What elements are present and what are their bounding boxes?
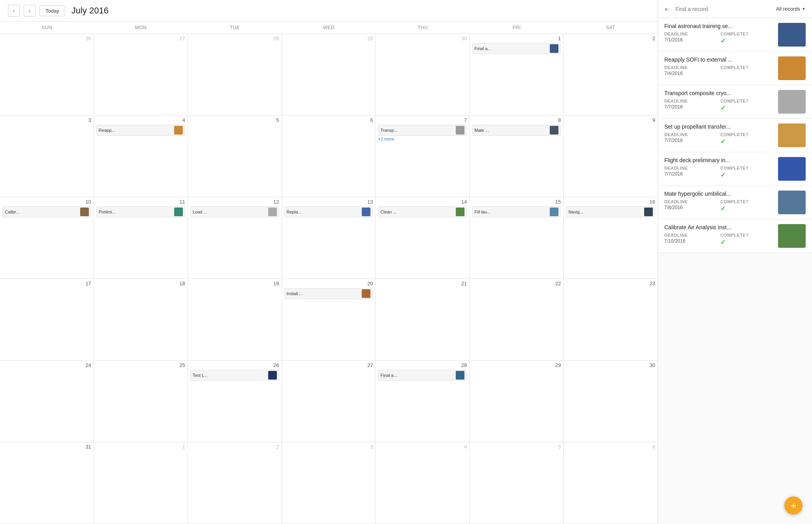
calendar-cell: 11Prelimi... xyxy=(94,197,188,279)
record-meta: DEADLINECOMPLETE?7/7/2016✓ xyxy=(664,132,773,145)
cell-date: 22 xyxy=(472,281,561,286)
record-item[interactable]: Transport composite cryo...DEADLINECOMPL… xyxy=(658,85,812,119)
calendar-event[interactable]: Transp... xyxy=(378,125,467,136)
calendar-cell: 1Final a... xyxy=(470,34,564,115)
prev-month-button[interactable]: ‹ xyxy=(8,5,20,17)
event-label: Repla... xyxy=(287,210,360,214)
calendar-event[interactable]: Final a... xyxy=(378,370,467,381)
deadline-value: 7/7/2016 xyxy=(664,104,717,112)
record-meta: DEADLINECOMPLETE?7/7/2016✓ xyxy=(664,99,773,112)
record-thumbnail xyxy=(778,124,806,147)
calendar-cell: 3 xyxy=(282,442,376,524)
calendar-event[interactable]: Prelimi... xyxy=(96,206,185,217)
deadline-value: 7/1/2016 xyxy=(664,37,717,45)
calendar-header: ‹ › Today July 2016 xyxy=(0,0,658,22)
calendar-event[interactable]: Install ... xyxy=(284,288,373,299)
deadline-label: DEADLINE xyxy=(664,99,717,103)
calendar-event[interactable]: Fill lau... xyxy=(472,206,561,217)
cell-date: 10 xyxy=(2,199,91,205)
event-thumbnail xyxy=(456,371,464,380)
deadline-value: 7/10/2016 xyxy=(664,238,717,246)
calendar-week-0: 26272829301Final a...2 xyxy=(0,34,658,116)
record-item[interactable]: Set up propellant transfer...DEADLINECOM… xyxy=(658,119,812,152)
event-thumbnail xyxy=(362,208,370,216)
search-icon: ●○ xyxy=(664,6,671,12)
more-events-link[interactable]: +2 more xyxy=(378,137,467,141)
cell-date: 29 xyxy=(284,36,373,41)
records-list: Final astronaut training se...DEADLINECO… xyxy=(658,18,812,524)
complete-label: COMPLETE? xyxy=(720,166,773,170)
calendar-title: July 2016 xyxy=(71,6,109,16)
record-title: Set up propellant transfer... xyxy=(664,124,773,130)
calendar-event[interactable]: Reapp... xyxy=(96,125,185,136)
event-label: Clean ... xyxy=(380,210,454,214)
all-records-filter[interactable]: All records ▼ xyxy=(776,6,806,12)
record-info: Calibrate Air Analysis Inst...DEADLINECO… xyxy=(664,224,773,248)
calendar-event[interactable]: Navig... xyxy=(566,206,655,217)
complete-value: ✓ xyxy=(720,171,773,179)
calendar-event[interactable]: Clean ... xyxy=(378,206,467,217)
event-thumbnail xyxy=(174,126,183,135)
calendar-cell: 26Test L... xyxy=(188,361,282,442)
cell-date: 9 xyxy=(566,117,655,123)
next-month-button[interactable]: › xyxy=(24,5,36,17)
event-thumbnail xyxy=(268,208,277,216)
cell-date: 6 xyxy=(284,117,373,123)
calendar-event[interactable]: Calibr... xyxy=(2,206,91,217)
cell-date: 7 xyxy=(378,117,467,123)
event-label: Install ... xyxy=(287,291,360,296)
cell-date: 30 xyxy=(566,362,655,368)
check-mark-icon: ✓ xyxy=(720,239,726,245)
cell-date: 2 xyxy=(190,444,279,450)
search-input[interactable] xyxy=(675,6,772,12)
complete-value: ✓ xyxy=(720,138,773,145)
event-thumbnail xyxy=(362,289,370,298)
calendar-cell: 13Repla... xyxy=(282,197,376,279)
record-item[interactable]: Final astronaut training se...DEADLINECO… xyxy=(658,18,812,52)
complete-value: ✓ xyxy=(720,238,773,246)
calendar-cell: 18 xyxy=(94,279,188,360)
event-thumbnail xyxy=(644,208,653,216)
today-button[interactable]: Today xyxy=(39,6,65,16)
calendar-cell: 10Calibr... xyxy=(0,197,94,279)
calendar-event[interactable]: Test L... xyxy=(190,370,279,381)
cell-date: 3 xyxy=(284,444,373,450)
calendar-cell: 25 xyxy=(94,361,188,442)
record-item[interactable]: Calibrate Air Analysis Inst...DEADLINECO… xyxy=(658,219,812,253)
calendar-event[interactable]: Mate ... xyxy=(472,125,561,136)
record-thumbnail xyxy=(778,191,806,214)
calendar-week-1: 34Reapp...567Transp...+2 more8Mate ...9 xyxy=(0,116,658,197)
record-item[interactable]: Reapply SOFI to external ...DEADLINECOMP… xyxy=(658,52,812,85)
filter-label: All records xyxy=(776,6,800,12)
deadline-label: DEADLINE xyxy=(664,233,717,238)
calendar-cell: 29 xyxy=(470,361,564,442)
calendar-cell: 4 xyxy=(376,442,470,524)
calendar-cell: 15Fill lau... xyxy=(470,197,564,279)
record-info: Set up propellant transfer...DEADLINECOM… xyxy=(664,124,773,147)
record-meta: DEADLINECOMPLETE?7/7/2016✓ xyxy=(664,166,773,179)
event-label: Mate ... xyxy=(474,128,548,133)
record-item[interactable]: Flight deck preliminary in...DEADLINECOM… xyxy=(658,152,812,186)
record-item[interactable]: Mate hypergolic umbilical...DEADLINECOMP… xyxy=(658,186,812,219)
calendar-event[interactable]: Load ... xyxy=(190,206,279,217)
calendar-cell: 9 xyxy=(564,116,658,197)
deadline-label: DEADLINE xyxy=(664,166,717,170)
records-panel: ●○ All records ▼ Final astronaut trainin… xyxy=(658,0,812,524)
event-thumbnail xyxy=(456,208,464,216)
calendar-cell: 4Reapp... xyxy=(94,116,188,197)
cell-date: 28 xyxy=(190,36,279,41)
complete-label: COMPLETE? xyxy=(720,199,773,204)
record-title: Mate hypergolic umbilical... xyxy=(664,191,773,197)
cell-date: 31 xyxy=(2,444,91,450)
event-thumbnail xyxy=(80,208,89,216)
event-thumbnail xyxy=(550,44,558,53)
calendar-event[interactable]: Final a... xyxy=(472,43,561,54)
cell-date: 23 xyxy=(566,281,655,286)
add-record-button[interactable]: + xyxy=(784,496,803,515)
record-info: Mate hypergolic umbilical...DEADLINECOMP… xyxy=(664,191,773,214)
calendar-cell: 31 xyxy=(0,442,94,524)
calendar-event[interactable]: Repla... xyxy=(284,206,373,217)
cell-date: 4 xyxy=(378,444,467,450)
record-info: Transport composite cryo...DEADLINECOMPL… xyxy=(664,90,773,114)
cell-date: 24 xyxy=(2,362,91,368)
